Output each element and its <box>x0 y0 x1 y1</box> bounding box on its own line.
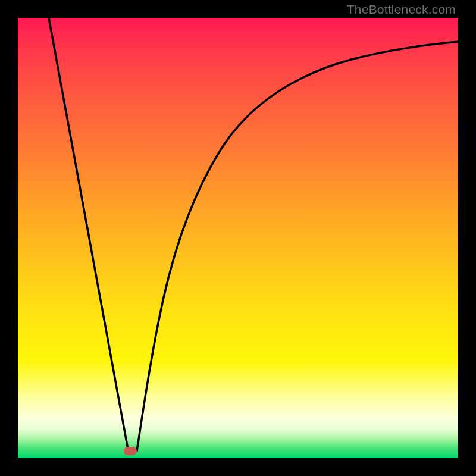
chart-frame: TheBottleneck.com <box>0 0 476 476</box>
plot-area <box>18 18 458 458</box>
bottleneck-curve <box>18 18 458 458</box>
curve-right-branch <box>137 42 458 451</box>
watermark-text: TheBottleneck.com <box>347 2 456 17</box>
trough-marker <box>124 447 137 455</box>
curve-left-branch <box>49 18 128 449</box>
